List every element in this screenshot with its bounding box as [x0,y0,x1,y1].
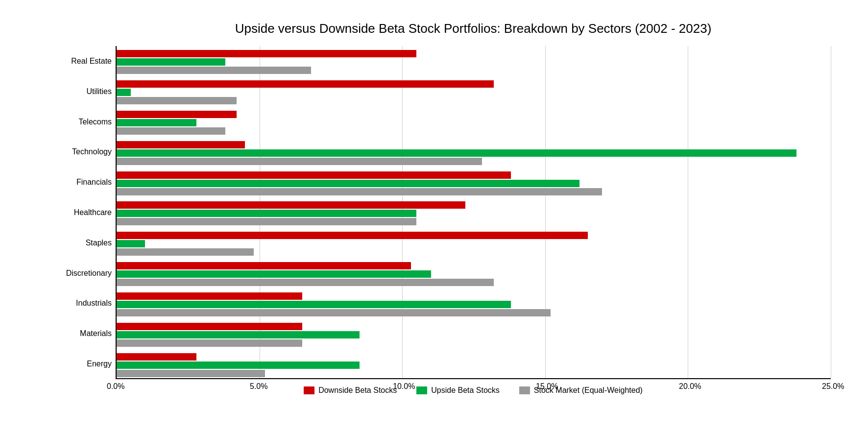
sector-label: Discretionary [21,269,112,278]
bar-row [117,301,831,308]
sector-group: Staples [117,228,831,258]
x-axis-label: 15.0% [536,382,558,391]
sector-group: Materials [117,318,831,349]
downside-bar [117,141,245,148]
bar-row [117,127,831,135]
market-bar [117,370,265,377]
chart-area: Real EstateUtilitiesTelecomsTechnologyFi… [116,46,831,379]
bar-row [117,248,831,256]
sector-label: Industrials [21,299,112,308]
upside-bar [117,270,431,278]
bar-row [117,158,831,165]
market-bar [117,309,551,316]
upside-bar [117,149,796,157]
upside-bar [117,180,579,187]
upside-bar [117,331,360,338]
bar-row [117,58,831,66]
bar-row [117,323,831,330]
upside-bar [117,301,511,308]
downside-bar [117,323,302,330]
market-bar [117,188,602,195]
downside-bar [117,50,416,57]
bar-row [117,171,831,179]
market-bar [117,248,254,256]
upside-bar [117,58,225,66]
bar-row [117,50,831,57]
market-bar [117,97,237,104]
sector-group: Technology [117,137,831,167]
bar-row [117,270,831,278]
upside-bar [117,89,131,96]
bar-row [117,111,831,118]
downside-bar [117,171,511,179]
bar-row [117,240,831,247]
upside-bar [117,210,416,217]
upside-bar [117,119,196,126]
x-axis-label: 20.0% [679,382,701,391]
bar-row [117,353,831,361]
sector-label: Staples [21,239,112,247]
sector-group: Industrials [117,289,831,319]
bar-row [117,201,831,209]
sector-group: Energy [117,349,831,379]
bar-row [117,141,831,148]
x-axis-label: 5.0% [250,382,267,391]
downside-bar [117,201,465,209]
downside-bar [117,232,588,239]
upside-bar [117,240,145,247]
x-axis-label: 25.0% [822,382,844,391]
bar-row [117,119,831,126]
bar-row [117,292,831,300]
sector-group: Discretionary [117,258,831,289]
bar-row [117,370,831,377]
bar-row [117,180,831,187]
gridline [831,46,831,378]
bar-row [117,309,831,316]
bar-row [117,262,831,269]
bar-row [117,339,831,347]
bar-row [117,67,831,74]
chart-title: Upside versus Downside Beta Stock Portfo… [116,21,831,36]
market-bar [117,158,482,165]
bar-row [117,362,831,369]
sector-label: Materials [21,329,112,338]
downside-bar [117,262,411,269]
bar-row [117,210,831,217]
upside-bar [117,362,360,369]
bar-row [117,149,831,157]
sector-label: Healthcare [21,208,112,217]
sector-label: Utilities [21,87,112,96]
sector-group: Real Estate [117,46,831,76]
downside-bar [117,353,196,361]
sector-label: Technology [21,147,112,156]
x-axis-labels: 0.0%5.0%10.0%15.0%20.0%25.0% [116,382,831,394]
market-bar [117,127,225,135]
x-axis-label: 0.0% [107,382,124,391]
bar-row [117,97,831,104]
chart-container: Upside versus Downside Beta Stock Portfo… [18,11,850,423]
market-bar [117,279,494,286]
downside-bar [117,111,237,118]
bar-row [117,331,831,338]
sector-group: Utilities [117,76,831,107]
sector-group: Telecoms [117,107,831,137]
sector-label: Real Estate [21,57,112,66]
bar-row [117,80,831,88]
sector-group: Financials [117,167,831,197]
market-bar [117,218,416,225]
downside-bar [117,80,494,88]
bar-row [117,89,831,96]
downside-bar [117,292,302,300]
sector-label: Financials [21,178,112,187]
market-bar [117,339,302,347]
market-bar [117,67,311,74]
bar-row [117,218,831,225]
sector-label: Energy [21,360,112,368]
bar-row [117,188,831,195]
sector-group: Healthcare [117,197,831,228]
sector-label: Telecoms [21,118,112,126]
x-axis-label: 10.0% [393,382,415,391]
bar-row [117,279,831,286]
bar-row [117,232,831,239]
